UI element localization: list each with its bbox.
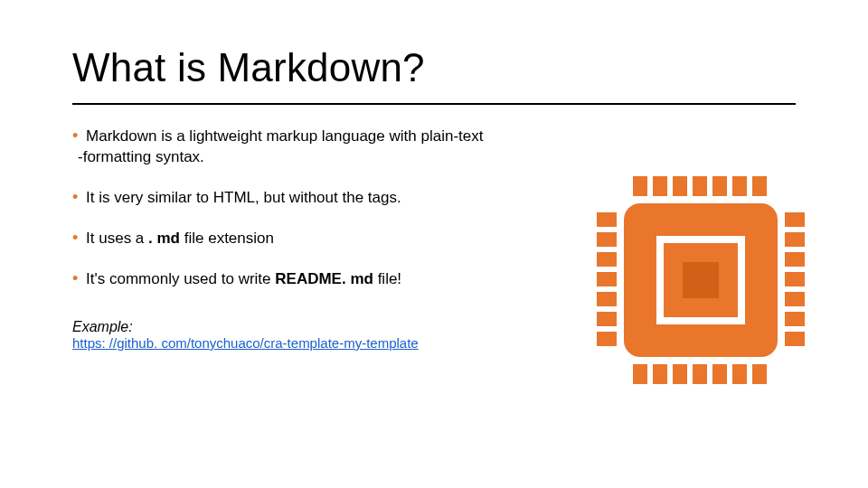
bullet-3-post: file extension: [184, 230, 274, 247]
example-label: Example:: [72, 319, 579, 335]
bullet-dot-icon: •: [72, 229, 78, 247]
bullet-4: • It's commonly used to write README. md…: [72, 267, 579, 290]
title-underline: [72, 103, 796, 105]
svg-rect-26: [785, 312, 805, 326]
bullet-3-bold: . md: [148, 230, 180, 247]
bullet-4-post: file!: [378, 270, 401, 287]
svg-rect-12: [732, 364, 747, 384]
svg-rect-18: [597, 292, 617, 306]
svg-rect-14: [597, 212, 617, 227]
svg-rect-1: [653, 176, 667, 196]
bullet-3-pre: It uses a: [86, 230, 144, 247]
svg-rect-9: [673, 364, 687, 384]
bullet-1-line2: -formatting syntax.: [78, 147, 579, 168]
svg-rect-22: [785, 232, 805, 247]
svg-rect-15: [597, 232, 617, 247]
svg-rect-23: [785, 252, 805, 267]
slide-title: What is Markdown?: [72, 45, 796, 90]
bullet-dot-icon: •: [72, 269, 78, 287]
svg-rect-30: [683, 262, 719, 298]
svg-rect-4: [712, 176, 727, 196]
bullet-1-line1: Markdown is a lightweight markup languag…: [86, 127, 483, 145]
bullet-1: • Markdown is a lightweight markup langu…: [72, 125, 579, 168]
cpu-chip-icon: [597, 176, 805, 384]
svg-rect-20: [597, 332, 617, 346]
svg-rect-3: [693, 176, 707, 196]
example-link[interactable]: https: //github. com/tonychuaco/cra-temp…: [72, 335, 419, 351]
svg-rect-19: [597, 312, 617, 326]
svg-rect-24: [785, 272, 805, 286]
svg-rect-6: [752, 176, 767, 196]
svg-rect-11: [712, 364, 727, 384]
svg-rect-0: [633, 176, 647, 196]
svg-rect-2: [673, 176, 687, 196]
bullet-dot-icon: •: [72, 127, 78, 145]
svg-rect-17: [597, 272, 617, 286]
bullet-dot-icon: •: [72, 188, 78, 206]
bullet-4-pre: It's commonly used to write: [86, 270, 275, 287]
text-column: • Markdown is a lightweight markup langu…: [72, 125, 579, 352]
svg-rect-27: [785, 332, 805, 346]
svg-rect-7: [633, 364, 647, 384]
svg-rect-5: [732, 176, 747, 196]
svg-rect-25: [785, 292, 805, 306]
svg-rect-16: [597, 252, 617, 267]
svg-rect-8: [653, 364, 667, 384]
bullet-2-text: It is very similar to HTML, but without …: [86, 189, 401, 206]
svg-rect-13: [752, 364, 767, 384]
bullet-4-bold: README. md: [275, 270, 373, 287]
svg-rect-10: [693, 364, 707, 384]
slide: What is Markdown? • Markdown is a lightw…: [0, 0, 868, 488]
bullet-3: • It uses a . md file extension: [72, 227, 579, 249]
bullet-2: • It is very similar to HTML, but withou…: [72, 186, 579, 209]
svg-rect-21: [785, 212, 805, 227]
